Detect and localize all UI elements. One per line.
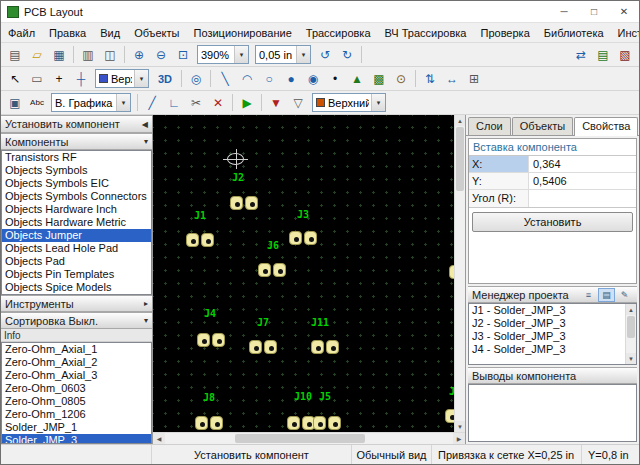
part-item[interactable]: Zero-Ohm_0805	[2, 395, 151, 408]
component-pads[interactable]	[289, 231, 317, 245]
sort-section-bar[interactable]: Сортировка Выкл. ▾	[1, 312, 152, 329]
menu-item[interactable]: Трассировка	[299, 25, 378, 41]
route-track-icon[interactable]: ╱	[141, 93, 163, 113]
angle-value-field[interactable]	[529, 190, 636, 207]
wrench-icon[interactable]: ✎	[616, 288, 633, 302]
minimize-button[interactable]: ─	[549, 1, 579, 22]
add-object-icon[interactable]: +	[48, 69, 70, 89]
component-pins-list[interactable]	[468, 384, 637, 442]
component-pads[interactable]	[197, 333, 225, 347]
select-cursor-icon[interactable]: ↖	[4, 69, 26, 89]
component-pads[interactable]	[230, 196, 258, 210]
component-group-item[interactable]: Objects Hardware Inch	[2, 203, 151, 216]
parts-list[interactable]: Zero-Ohm_Axial_1Zero-Ohm_Axial_2Zero-Ohm…	[1, 342, 152, 444]
zoom-in-icon[interactable]: ⊕	[128, 45, 150, 65]
undo-icon[interactable]: ↺	[314, 45, 336, 65]
scroll-up-icon[interactable]: ▲	[626, 304, 636, 315]
menu-item[interactable]: Позиционирование	[187, 25, 299, 41]
part-item[interactable]: Zero-Ohm_Axial_1	[2, 343, 151, 356]
zoom-select[interactable]: 390%▾	[197, 45, 249, 64]
component-pads[interactable]	[186, 233, 214, 247]
project-component-item[interactable]: J1 - Solder_JMP_3	[469, 304, 625, 317]
component-pads[interactable]	[287, 416, 315, 430]
chevron-down-icon[interactable]: ▾	[144, 316, 148, 325]
close-button[interactable]: ✕	[609, 1, 639, 22]
3d-button[interactable]: 3D	[152, 69, 178, 89]
zoom-window-icon[interactable]: ⊡	[172, 45, 194, 65]
component-pads[interactable]	[311, 340, 339, 354]
component-groups-list[interactable]: Transistors RFObjects SymbolsObjects Sym…	[1, 150, 152, 295]
scroll-down-icon[interactable]: ▼	[455, 421, 465, 432]
scroll-down-icon[interactable]: ▼	[626, 353, 636, 364]
scroll-right-icon[interactable]: ▶	[453, 433, 465, 444]
part-item[interactable]: Zero-Ohm_Axial_3	[2, 369, 151, 382]
tab-properties[interactable]: Свойства	[574, 117, 638, 136]
part-item[interactable]: Solder_JMP_3	[2, 434, 151, 444]
route-ortho-icon[interactable]: ∟	[163, 93, 185, 113]
components-icon[interactable]: ▤	[598, 288, 615, 302]
place-pad-icon[interactable]: ⊙	[390, 69, 412, 89]
chevron-right-icon[interactable]: ▸	[144, 299, 148, 308]
place-circle-icon[interactable]: ○	[258, 69, 280, 89]
component-group-item[interactable]: Objects Pin Templates	[2, 268, 151, 281]
scroll-left-icon[interactable]: ◀	[153, 433, 165, 444]
project-manager-header[interactable]: Менеджер проекта ≡▤✎	[468, 286, 637, 303]
place-copper-pour-icon[interactable]: ▩	[368, 69, 390, 89]
tools-section-bar[interactable]: Инструменты ▸	[1, 295, 152, 312]
component-pads[interactable]	[445, 409, 454, 423]
update-from-schematic-icon[interactable]: ⇄	[570, 45, 592, 65]
place-component-icon[interactable]: ▣	[4, 93, 26, 113]
component-group-item[interactable]: Objects Pad	[2, 255, 151, 268]
manager-scrollbar[interactable]: ▲ ▼	[625, 304, 636, 364]
signal-layer-select[interactable]: Верхний (1)▾	[312, 93, 386, 112]
menu-item[interactable]: Инструменты	[611, 25, 640, 41]
tab-layers[interactable]: Слои	[468, 117, 511, 135]
component-group-item[interactable]: Objects Hardware Metric	[2, 216, 151, 229]
scroll-up-icon[interactable]: ▲	[455, 115, 465, 126]
menu-item[interactable]: ВЧ Трассировка	[378, 25, 474, 41]
nets-icon[interactable]: ≡	[580, 288, 597, 302]
place-polygon-icon[interactable]: ▲	[346, 69, 368, 89]
zoom-out-icon[interactable]: ⊖	[150, 45, 172, 65]
place-table-icon[interactable]: ⊞	[463, 69, 485, 89]
redo-icon[interactable]: ↻	[336, 45, 358, 65]
project-components-list[interactable]: J1 - Solder_JMP_3J2 - Solder_JMP_3J3 - S…	[469, 304, 625, 364]
horizontal-scroll-thumb[interactable]	[235, 434, 365, 443]
vertical-scroll-thumb[interactable]	[456, 127, 464, 191]
place-line-icon[interactable]: ╲	[214, 69, 236, 89]
component-pads[interactable]	[249, 340, 277, 354]
print-preview-icon[interactable]: ◫	[99, 45, 121, 65]
component-group-item[interactable]: Objects Symbols Connectors	[2, 190, 151, 203]
collapse-left-panel-icon[interactable]: ◀	[142, 120, 148, 129]
canvas-horizontal-scrollbar[interactable]: ◀ ▶	[153, 432, 465, 444]
menu-item[interactable]: Проверка	[473, 25, 536, 41]
component-pads[interactable]	[195, 416, 223, 430]
component-group-item[interactable]: Objects Spice Models	[2, 281, 151, 294]
menu-item[interactable]: Правка	[42, 25, 93, 41]
place-point-icon[interactable]: •	[324, 69, 346, 89]
manager-scroll-thumb[interactable]	[627, 316, 635, 338]
tab-objects[interactable]: Объекты	[512, 117, 573, 135]
project-component-item[interactable]: J3 - Solder_JMP_3	[469, 330, 625, 343]
save-icon[interactable]: ▦	[48, 45, 70, 65]
component-group-item[interactable]: Objects Symbols	[2, 164, 151, 177]
place-component-header[interactable]: Установить компонент ◀	[1, 115, 152, 133]
canvas-vertical-scrollbar[interactable]: ▲ ▼	[454, 115, 465, 432]
side-select[interactable]: Верх▾	[95, 69, 149, 88]
net-filter-icon[interactable]: ▽	[287, 93, 309, 113]
open-folder-icon[interactable]: ▱	[26, 45, 48, 65]
layer-setup-icon[interactable]: ▧	[614, 45, 636, 65]
graphics-layer-select[interactable]: В. Графика▾	[51, 93, 131, 112]
component-group-item[interactable]: Objects Symbols EIC	[2, 177, 151, 190]
dimension-icon[interactable]: ↔	[441, 69, 463, 89]
place-text-icon[interactable]: Abc	[26, 93, 48, 113]
component-group-item[interactable]: Transistors RF	[2, 151, 151, 164]
place-ring-icon[interactable]: ◉	[302, 69, 324, 89]
flip-icon[interactable]: ⇅	[419, 69, 441, 89]
components-section-bar[interactable]: Компоненты ▾	[1, 133, 152, 150]
print-icon[interactable]: ▥	[77, 45, 99, 65]
delete-route-icon[interactable]: ✕	[207, 93, 229, 113]
board-view-icon[interactable]: ▭	[26, 69, 48, 89]
verification-icon[interactable]: ▼	[265, 93, 287, 113]
maximize-button[interactable]: □	[579, 1, 609, 22]
